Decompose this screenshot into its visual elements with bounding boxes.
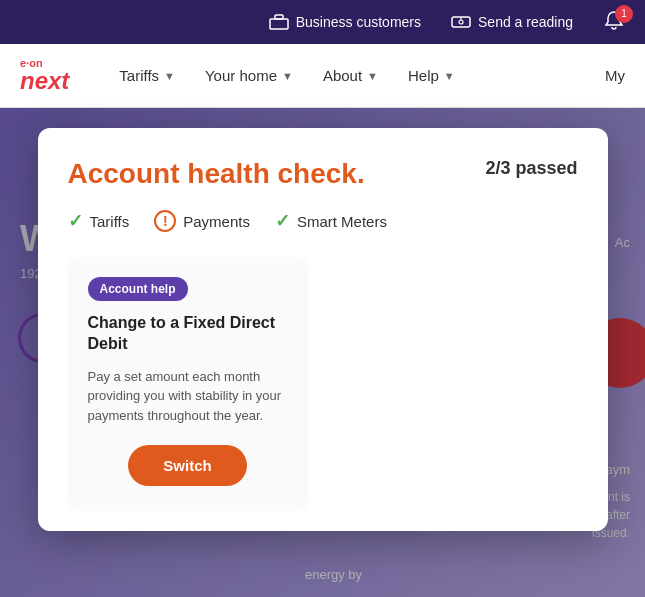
nav-tariffs-chevron: ▼ bbox=[164, 70, 175, 82]
nav-about-label: About bbox=[323, 67, 362, 84]
help-badge: Account help bbox=[88, 277, 188, 301]
check-tariffs-icon: ✓ bbox=[68, 210, 83, 232]
nav-bar: e·on next Tariffs ▼ Your home ▼ About ▼ … bbox=[0, 44, 645, 108]
nav-your-home[interactable]: Your home ▼ bbox=[205, 67, 293, 84]
check-smart-meters-label: Smart Meters bbox=[297, 213, 387, 230]
help-card-description: Pay a set amount each month providing yo… bbox=[88, 367, 288, 426]
check-smart-meters: ✓ Smart Meters bbox=[275, 210, 387, 232]
meter-icon bbox=[451, 12, 471, 32]
modal-header: Account health check. 2/3 passed bbox=[68, 158, 578, 190]
business-icon bbox=[269, 12, 289, 32]
nav-about[interactable]: About ▼ bbox=[323, 67, 378, 84]
check-smart-meters-icon: ✓ bbox=[275, 210, 290, 232]
send-reading-label: Send a reading bbox=[478, 14, 573, 30]
nav-help-chevron: ▼ bbox=[444, 70, 455, 82]
business-customers-link[interactable]: Business customers bbox=[269, 12, 421, 32]
help-card: Account help Change to a Fixed Direct De… bbox=[68, 257, 308, 511]
nav-my-account[interactable]: My bbox=[605, 67, 625, 84]
nav-your-home-label: Your home bbox=[205, 67, 277, 84]
nav-help[interactable]: Help ▼ bbox=[408, 67, 455, 84]
notification-bell[interactable]: 1 bbox=[603, 10, 625, 35]
nav-tariffs-label: Tariffs bbox=[119, 67, 159, 84]
svg-rect-1 bbox=[275, 15, 283, 19]
help-card-title: Change to a Fixed Direct Debit bbox=[88, 313, 288, 355]
logo[interactable]: e·on next bbox=[20, 58, 69, 93]
switch-button[interactable]: Switch bbox=[128, 445, 246, 486]
checks-row: ✓ Tariffs ! Payments ✓ Smart Meters bbox=[68, 210, 578, 232]
check-payments: ! Payments bbox=[154, 210, 250, 232]
notification-count: 1 bbox=[615, 5, 633, 23]
nav-help-label: Help bbox=[408, 67, 439, 84]
svg-point-3 bbox=[459, 20, 463, 24]
check-tariffs-label: Tariffs bbox=[90, 213, 130, 230]
health-check-modal: Account health check. 2/3 passed ✓ Tarif… bbox=[38, 128, 608, 531]
logo-next: next bbox=[20, 69, 69, 93]
check-tariffs: ✓ Tariffs bbox=[68, 210, 130, 232]
nav-about-chevron: ▼ bbox=[367, 70, 378, 82]
check-payments-label: Payments bbox=[183, 213, 250, 230]
nav-my-label: My bbox=[605, 67, 625, 84]
check-payments-icon: ! bbox=[154, 210, 176, 232]
svg-rect-0 bbox=[270, 19, 288, 29]
nav-tariffs[interactable]: Tariffs ▼ bbox=[119, 67, 175, 84]
modal-title: Account health check. bbox=[68, 158, 365, 190]
nav-your-home-chevron: ▼ bbox=[282, 70, 293, 82]
top-bar: Business customers Send a reading 1 bbox=[0, 0, 645, 44]
business-customers-label: Business customers bbox=[296, 14, 421, 30]
send-reading-link[interactable]: Send a reading bbox=[451, 12, 573, 32]
modal-overlay: Account health check. 2/3 passed ✓ Tarif… bbox=[0, 108, 645, 597]
modal-score: 2/3 passed bbox=[485, 158, 577, 179]
